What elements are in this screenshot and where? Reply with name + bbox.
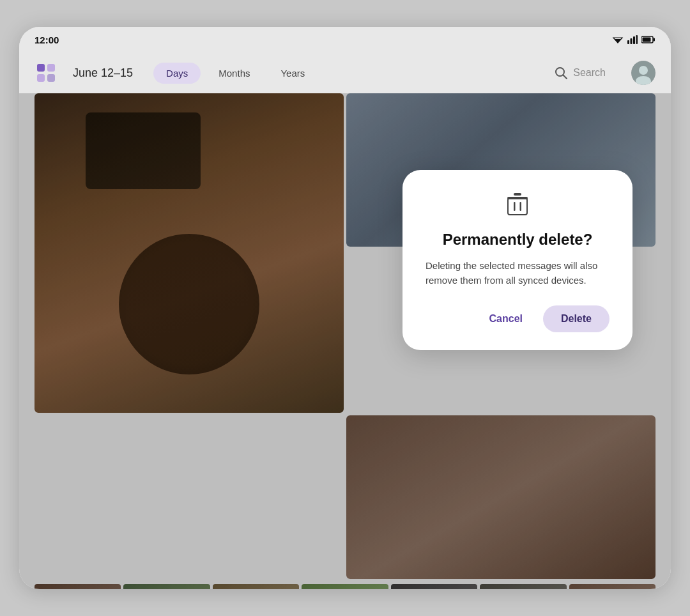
wifi-icon: [612, 35, 624, 44]
svg-point-16: [639, 66, 648, 75]
dialog-title: Permanently delete?: [443, 231, 593, 249]
tab-months[interactable]: Months: [206, 63, 263, 84]
svg-rect-20: [520, 202, 522, 211]
dialog-backdrop: Permanently delete? Deleting the selecte…: [19, 93, 671, 589]
svg-rect-7: [654, 38, 656, 42]
date-range: June 12–15: [73, 66, 133, 80]
svg-rect-5: [636, 35, 638, 44]
app-logo: [34, 61, 57, 84]
svg-line-14: [564, 75, 567, 79]
svg-rect-12: [47, 74, 55, 82]
battery-icon: [641, 36, 656, 43]
top-bar: June 12–15 Days Months Years Search: [19, 52, 671, 93]
status-icons: [612, 35, 656, 44]
cancel-button[interactable]: Cancel: [474, 305, 538, 332]
delete-button[interactable]: Delete: [543, 305, 610, 332]
svg-rect-22: [514, 193, 521, 196]
main-content: Permanently delete? Deleting the selecte…: [19, 93, 671, 589]
delete-dialog-icon: [507, 193, 528, 220]
search-placeholder[interactable]: Search: [573, 67, 606, 79]
svg-rect-10: [47, 64, 55, 72]
tab-days[interactable]: Days: [153, 63, 201, 84]
svg-rect-4: [633, 36, 635, 44]
svg-rect-8: [643, 38, 651, 42]
search-icon[interactable]: [554, 66, 568, 80]
svg-rect-11: [37, 74, 45, 82]
svg-rect-19: [514, 202, 516, 211]
delete-dialog: Permanently delete? Deleting the selecte…: [402, 170, 632, 350]
svg-rect-2: [627, 40, 629, 44]
dialog-actions: Cancel Delete: [425, 305, 610, 332]
svg-rect-3: [631, 38, 632, 44]
tablet-frame: 12:00: [19, 27, 671, 589]
status-bar: 12:00: [19, 27, 671, 52]
status-time: 12:00: [34, 35, 59, 45]
avatar[interactable]: [631, 61, 656, 85]
signal-icon: [627, 35, 638, 44]
svg-rect-9: [37, 64, 45, 72]
tab-years[interactable]: Years: [268, 63, 318, 84]
dialog-body: Deleting the selected messages will also…: [425, 259, 610, 288]
search-area: Search: [554, 66, 606, 80]
svg-rect-18: [508, 198, 527, 215]
view-tabs: Days Months Years: [153, 63, 318, 84]
svg-rect-21: [507, 197, 528, 199]
